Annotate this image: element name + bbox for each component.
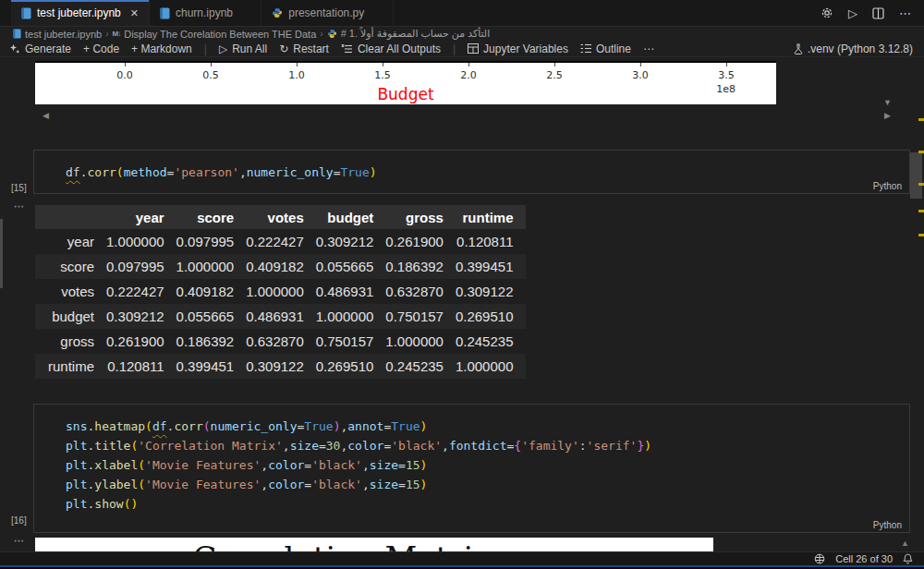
table-cell: 0.750157 xyxy=(316,329,386,354)
breadcrumb-label: test jubeter.ipynb xyxy=(25,29,102,40)
table-row: score0.0979951.0000000.4091820.0556650.1… xyxy=(35,254,526,279)
table-cell: 0.222427 xyxy=(106,279,176,304)
code-cell-1[interactable]: df.corr(method='pearson',numeric_only=Tr… xyxy=(33,150,910,194)
split-editor-icon[interactable] xyxy=(872,7,884,19)
table-row-label: year xyxy=(35,229,106,254)
kernel-label: .venv (Python 3.12.8) xyxy=(808,42,913,55)
tab-bar: test jubeter.ipynb ✕ churn.ipynb ✕ prese… xyxy=(0,0,924,27)
add-markdown-button[interactable]: + Markdown xyxy=(131,42,192,55)
breadcrumb-item-file[interactable]: test jubeter.ipynb xyxy=(13,29,102,40)
editor-tab[interactable]: churn.ipynb ✕ xyxy=(150,0,261,26)
clear-all-outputs-button[interactable]: Clear All Outputs xyxy=(341,42,441,55)
table-row: gross0.2619000.1863920.6328700.7501571.0… xyxy=(35,329,526,354)
table-cell: 0.269510 xyxy=(456,304,526,329)
breadcrumb-item-cell[interactable]: # 1. التأكد من حساب المصفوفة أولاً xyxy=(327,28,491,40)
table-row: year1.0000000.0979950.2224270.3092120.26… xyxy=(35,229,526,254)
table-row: votes0.2224270.4091821.0000000.4869310.6… xyxy=(35,279,526,304)
vertical-scrollbar-thumb[interactable] xyxy=(910,152,922,199)
restart-label: Restart xyxy=(293,42,329,55)
tab-bar-tabs: test jubeter.ipynb ✕ churn.ipynb ✕ prese… xyxy=(11,0,394,26)
editor-tab[interactable]: test jubeter.ipynb ✕ xyxy=(11,0,150,26)
table-cell: 0.309212 xyxy=(106,304,176,329)
axis-tickmark xyxy=(726,63,727,67)
table-cell: 0.055665 xyxy=(176,304,247,329)
scroll-left-icon[interactable]: ◀ xyxy=(43,112,49,120)
table-row-label: budget xyxy=(35,304,106,329)
table-cell: 0.309122 xyxy=(456,279,526,304)
correlation-table-output: yearscorevotesbudgetgrossruntime year1.0… xyxy=(35,205,526,379)
table-cell: 0.186392 xyxy=(385,254,456,279)
breadcrumb-item-section[interactable]: M↓ Display The Corelation Between THE Da… xyxy=(113,29,317,40)
table-row-label: score xyxy=(35,254,106,279)
run-all-button[interactable]: ▷ Run All xyxy=(219,42,267,55)
output-collapse-ellipsis[interactable]: ⋯ xyxy=(14,535,25,547)
scroll-right-icon[interactable]: ▶ xyxy=(884,112,891,120)
code-editor[interactable]: sns.heatmap(df.corr(numeric_only=True),a… xyxy=(34,405,909,514)
settings-gear-icon[interactable] xyxy=(821,6,833,19)
axis-ticklabel: 3.5 xyxy=(718,69,735,81)
more-actions-icon[interactable]: ⋯ xyxy=(899,7,911,19)
overview-warning-marker xyxy=(918,234,924,236)
code-line: plt.show() xyxy=(66,494,909,514)
scroll-up-icon[interactable]: ▲ xyxy=(901,539,909,548)
breadcrumb-label: Display The Corelation Between THE Data xyxy=(124,29,316,40)
axis-tickmark xyxy=(125,63,126,67)
axis-xlabel: Budget xyxy=(35,85,776,103)
table-cell: 0.222427 xyxy=(246,229,316,254)
scroll-down-icon[interactable]: ▼ xyxy=(883,99,892,107)
table-cell: 0.486931 xyxy=(246,304,316,329)
axis-ticklabel: 2.5 xyxy=(546,69,563,81)
overview-warning-marker xyxy=(918,151,924,153)
toolbar-divider: | xyxy=(204,42,207,55)
notifications-bell-icon[interactable] xyxy=(903,553,913,564)
remote-indicator-icon[interactable] xyxy=(814,553,825,564)
table-cell: 0.399451 xyxy=(176,354,247,379)
toolbar-more-button[interactable]: ⋯ xyxy=(643,42,654,55)
generate-label: Generate xyxy=(25,42,71,55)
axis-ticklabel: 0.5 xyxy=(202,69,219,81)
kernel-picker[interactable]: .venv (Python 3.12.8) xyxy=(794,42,924,55)
add-code-button[interactable]: + Code xyxy=(83,42,119,55)
axis-ticklabel: 1.5 xyxy=(374,69,391,81)
table-cell: 0.269510 xyxy=(316,354,386,379)
axis-tickmark xyxy=(640,63,641,67)
table-cell: 0.409182 xyxy=(176,279,247,304)
run-icon[interactable]: ▷ xyxy=(848,7,857,19)
code-line: df.corr(method='pearson',numeric_only=Tr… xyxy=(66,163,909,182)
cell-language-picker[interactable]: Python xyxy=(873,520,902,530)
figure-output-axis: 0.00.51.01.52.02.53.03.5 1e8 Budget xyxy=(35,61,776,104)
code-editor[interactable]: df.corr(method='pearson',numeric_only=Tr… xyxy=(34,151,909,182)
table-column-header: year xyxy=(106,205,176,229)
table-cell: 0.750157 xyxy=(385,304,456,329)
breadcrumb-label: # 1. التأكد من حساب المصفوفة أولاً xyxy=(341,28,491,40)
cell-indicator[interactable]: Cell 26 of 30 xyxy=(835,553,893,564)
breadcrumb-separator: › xyxy=(104,29,109,39)
jupyter-variables-label: Jupyter Variables xyxy=(483,42,568,55)
table-cell: 0.399451 xyxy=(456,254,526,279)
jupyter-variables-button[interactable]: Jupyter Variables xyxy=(468,42,568,55)
table-cell: 0.261900 xyxy=(385,229,456,254)
restart-button[interactable]: ↻ Restart xyxy=(279,42,329,55)
table-row-label: runtime xyxy=(35,354,106,379)
variables-grid-icon xyxy=(468,43,479,54)
tab-close-icon[interactable]: ✕ xyxy=(130,7,139,19)
notebook-icon xyxy=(13,29,21,39)
table-cell: 0.486931 xyxy=(316,279,386,304)
clear-outputs-icon xyxy=(341,43,353,54)
outline-button[interactable]: Outline xyxy=(580,42,631,55)
status-bar: Cell 26 of 30 xyxy=(0,551,924,565)
table-column-header: score xyxy=(176,205,247,229)
output-collapse-ellipsis[interactable]: ⋯ xyxy=(14,200,25,212)
axis-ticklabel: 0.0 xyxy=(116,69,133,81)
run-all-label: Run All xyxy=(232,42,267,55)
editor-tab[interactable]: presentation.py ✕ xyxy=(261,0,393,26)
editor-actions: ▷ ⋯ xyxy=(821,0,924,26)
generate-button[interactable]: Generate xyxy=(9,42,71,55)
axis-tickmark xyxy=(211,63,212,67)
sparkle-icon xyxy=(9,43,20,54)
table-column-header: gross xyxy=(385,205,456,229)
toolbar-divider: | xyxy=(453,42,456,55)
table-row-label: votes xyxy=(35,279,106,304)
cell-language-picker[interactable]: Python xyxy=(873,181,902,191)
code-cell-2[interactable]: sns.heatmap(df.corr(numeric_only=True),a… xyxy=(33,404,910,533)
